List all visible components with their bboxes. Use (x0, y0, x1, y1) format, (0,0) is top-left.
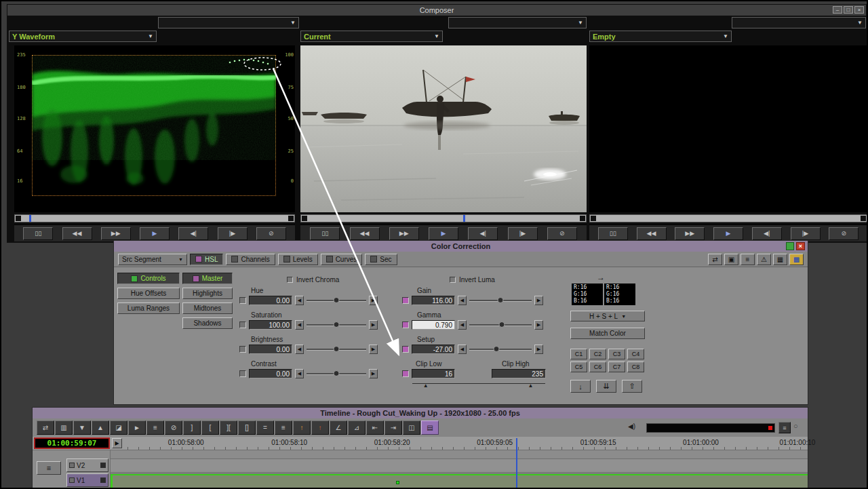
waveform-position-bar[interactable] (14, 214, 295, 222)
fast-forward-button[interactable]: ▶▶ (675, 227, 705, 240)
slider-thumb[interactable] (334, 297, 340, 303)
correction-bank-c8[interactable]: C8 (627, 361, 644, 372)
contrast-value[interactable]: 0.00 (249, 369, 292, 378)
midtones-button[interactable]: Midtones (182, 302, 233, 314)
dual-image-button[interactable]: ▯▯ (598, 227, 628, 240)
track-monitor-icon[interactable] (100, 477, 106, 483)
gain-enable-button[interactable] (402, 297, 409, 304)
correction-bank-c4[interactable]: C4 (627, 349, 644, 359)
trim-b-side-icon[interactable]: ⊿ (348, 420, 366, 435)
position-handle[interactable] (591, 216, 596, 221)
close-button[interactable]: × (854, 6, 864, 14)
go-to-clip-end-button[interactable]: |▶ (791, 227, 821, 240)
mark-clip-icon[interactable]: ][ (220, 420, 237, 435)
go-to-clip-start-button[interactable]: ◀| (178, 227, 208, 240)
current-top-dropdown[interactable]: ▼ (448, 17, 587, 28)
track-button-v2[interactable]: V2 (66, 458, 108, 472)
segment-overwrite-icon[interactable]: ▤ (421, 420, 439, 435)
hue-offsets-button[interactable]: Hue Offsets (117, 288, 180, 299)
slider-thumb[interactable] (334, 370, 340, 376)
timecode-ruler[interactable]: 01:00:58:00 01:00:58:10 01:00:58:20 01:0… (127, 437, 808, 450)
saturation-increment-button[interactable]: ▶ (369, 320, 378, 330)
clear-marks-icon[interactable]: [] (238, 420, 256, 435)
clip-low-handle[interactable]: ▲ (423, 383, 429, 389)
timecode-display[interactable]: 01:00:59:07 (34, 437, 110, 449)
go-to-previous-edit-icon[interactable]: ⇤ (366, 420, 384, 435)
add-edit-icon[interactable]: = (256, 420, 274, 435)
position-handle[interactable] (16, 216, 21, 221)
empty-top-dropdown[interactable]: ▼ (732, 17, 866, 28)
setup-decrement-button[interactable]: ◀ (458, 345, 467, 354)
current-position-bar[interactable] (300, 214, 587, 222)
timeline-clip[interactable] (111, 474, 808, 489)
gain-slider[interactable] (469, 296, 532, 305)
correction-bank-c5[interactable]: C5 (570, 361, 587, 372)
dual-image-button[interactable]: ▯▯ (23, 227, 53, 240)
controls-button[interactable]: Controls (117, 273, 180, 284)
record-track-icon[interactable] (69, 477, 75, 483)
minimize-button[interactable]: – (833, 6, 842, 14)
flag-correction-button[interactable]: ⇧ (622, 380, 642, 393)
invert-chroma-checkbox[interactable]: Invert Chroma (287, 276, 339, 283)
step-forward-icon[interactable]: ▲ (92, 420, 109, 435)
correction-bank-c6[interactable]: C6 (589, 361, 606, 372)
trim-mode-icon[interactable]: ≡ (275, 420, 292, 435)
lift-icon[interactable]: ↑ (293, 420, 311, 435)
expand-button[interactable] (786, 242, 794, 250)
render-effect-icon[interactable]: ► (128, 420, 146, 435)
correction-bank-c7[interactable]: C7 (608, 361, 625, 372)
timeline-titlebar[interactable]: Timeline - Rough Cut_Waking Up - 1920x10… (33, 408, 808, 418)
gamma-slider[interactable] (469, 320, 532, 330)
empty-monitor-dropdown[interactable]: Empty ▼ (589, 31, 732, 42)
hue-slider[interactable] (307, 296, 366, 305)
play-button[interactable]: ▶ (713, 227, 743, 240)
position-handle[interactable] (302, 216, 307, 221)
gain-decrement-button[interactable]: ◀ (458, 296, 467, 305)
brightness-increment-button[interactable]: ▶ (369, 345, 378, 354)
invert-luma-checkbox[interactable]: Invert Luma (450, 276, 495, 283)
go-to-clip-start-button[interactable]: ◀| (752, 227, 782, 240)
master-button[interactable]: Master (182, 273, 233, 284)
gamma-increment-button[interactable]: ▶ (534, 320, 543, 330)
saturation-slider[interactable] (307, 320, 366, 330)
contrast-increment-button[interactable]: ▶ (369, 369, 378, 378)
go-to-clip-end-button[interactable]: |▶ (218, 227, 248, 240)
mark-out-icon[interactable]: ] (183, 420, 201, 435)
go-to-clip-start-button[interactable]: ◀| (468, 227, 498, 240)
shadows-button[interactable]: Shadows (182, 317, 233, 329)
rewind-button[interactable]: ◀◀ (637, 227, 667, 240)
brightness-value[interactable]: 0.00 (249, 345, 292, 354)
waveform-monitor-dropdown[interactable]: Y Waveform ▼ (9, 31, 157, 42)
timeline-fast-menu-button[interactable]: ≡ (37, 461, 61, 475)
speaker-icon[interactable]: ◀) (628, 423, 635, 430)
hue-enable-button[interactable] (239, 297, 246, 304)
source-menu[interactable]: Src Segment ▼ (118, 254, 187, 265)
go-to-next-edit-icon[interactable]: ⇥ (384, 420, 402, 435)
track-v2-content[interactable] (111, 458, 808, 473)
save-alternate-correction-button[interactable]: ⇊ (596, 380, 616, 393)
gain-increment-button[interactable]: ▶ (534, 296, 543, 305)
saturation-value[interactable]: 100.00 (249, 320, 292, 330)
mark-in-icon[interactable]: [ (201, 420, 219, 435)
hand-tool-icon[interactable]: ○ (793, 422, 798, 430)
track-button-v1[interactable]: V1 (66, 473, 108, 487)
position-handle[interactable] (288, 216, 294, 221)
hue-increment-button[interactable]: ▶ (369, 296, 378, 305)
tab-sec[interactable]: Sec (365, 254, 397, 265)
toggle-panes-icon[interactable]: ≡ (778, 422, 791, 433)
setup-enable-button[interactable] (402, 346, 409, 353)
setup-increment-button[interactable]: ▶ (534, 345, 543, 354)
client-monitor-icon[interactable]: ▣ (724, 254, 738, 265)
setup-slider[interactable] (469, 345, 532, 354)
current-monitor-dropdown[interactable]: Current ▼ (300, 31, 443, 42)
entry-list-icon[interactable]: ≡ (741, 254, 755, 265)
setup-value[interactable]: -27.00 (412, 345, 455, 354)
correction-bank-c3[interactable]: C3 (608, 349, 625, 359)
safe-color-warning-icon[interactable]: ⚠ (757, 254, 771, 265)
save-correction-button[interactable]: ↓ (570, 380, 591, 393)
palette-icon[interactable]: ▩ (789, 254, 804, 265)
clip-high-handle[interactable]: ▲ (528, 383, 534, 389)
play-button[interactable]: ▶ (429, 227, 458, 240)
tab-hsl[interactable]: HSL (190, 254, 223, 265)
tab-levels[interactable]: Levels (278, 254, 318, 265)
